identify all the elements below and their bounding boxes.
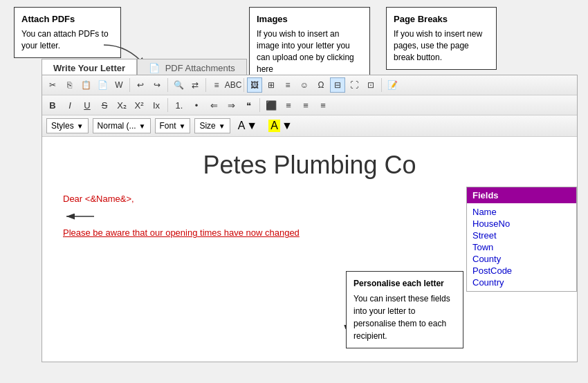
- normal-arrow-icon: ▼: [139, 122, 146, 130]
- spellcheck-button[interactable]: ABC: [226, 77, 241, 93]
- styles-arrow-icon: ▼: [77, 122, 84, 130]
- copy-button[interactable]: ⎘: [62, 77, 77, 93]
- separator-4: [244, 78, 244, 92]
- find-button[interactable]: 🔍: [171, 77, 186, 93]
- field-town[interactable]: Town: [472, 241, 571, 253]
- increase-indent-button[interactable]: ⇒: [223, 97, 239, 113]
- decrease-indent-button[interactable]: ⇐: [206, 97, 221, 113]
- separator-6: [167, 98, 168, 112]
- image-button[interactable]: 🖼: [247, 77, 262, 93]
- fields-header: Fields: [467, 187, 576, 203]
- images-body: If you wish to insert an image into your…: [257, 28, 362, 75]
- personalise-title: Personalise each letter: [353, 277, 456, 290]
- field-county[interactable]: County: [472, 253, 571, 265]
- format-toolbar: B I U S X₂ X² Ix 1. • ⇐ ⇒ ❝ ⬛ ≡ ≡ ≡: [42, 95, 577, 115]
- fullscreen-button[interactable]: ⛶: [347, 77, 362, 93]
- bg-color-a: A: [268, 120, 280, 132]
- field-name[interactable]: Name: [472, 206, 571, 218]
- superscript-button[interactable]: X²: [131, 97, 147, 113]
- fields-list: Name HouseNo Street Town County PostCode…: [467, 203, 576, 291]
- font-dropdown[interactable]: Font ▼: [155, 118, 191, 133]
- undo-button[interactable]: ↩: [133, 77, 148, 93]
- separator-5: [381, 78, 382, 92]
- separator-1: [129, 78, 130, 92]
- text-align-button[interactable]: ≡: [280, 77, 295, 93]
- attach-pdfs-tooltip: Attach PDFs You can attach PDFs to your …: [14, 7, 121, 58]
- resize-button[interactable]: ⊡: [363, 77, 378, 93]
- strikethrough-button[interactable]: S: [97, 97, 112, 113]
- size-arrow-icon: ▼: [219, 122, 226, 130]
- font-color-button[interactable]: A ▼: [235, 118, 261, 134]
- font-color-a: A: [238, 120, 246, 132]
- subscript-button[interactable]: X₂: [114, 97, 129, 113]
- cursor-arrow-icon: [63, 209, 98, 223]
- smiley-button[interactable]: ☺: [297, 77, 312, 93]
- align-right-btn[interactable]: ≡: [298, 97, 313, 113]
- normal-dropdown[interactable]: Normal (... ▼: [93, 118, 151, 133]
- replace-button[interactable]: ⇄: [187, 77, 203, 93]
- cut-button[interactable]: ✂: [45, 77, 60, 93]
- bold-button[interactable]: B: [45, 97, 60, 113]
- separator-7: [259, 98, 260, 112]
- bg-color-button[interactable]: A ▼: [265, 118, 296, 134]
- personalise-body: You can insert these fields into your le…: [353, 292, 456, 342]
- style-toolbar: Styles ▼ Normal (... ▼ Font ▼ Size ▼ A ▼…: [42, 115, 577, 137]
- page-breaks-body: If you wish to insert new pages, use the…: [394, 28, 489, 63]
- personalise-tooltip: Personalise each letter You can insert t…: [346, 271, 463, 348]
- ordered-list-button[interactable]: 1.: [172, 97, 187, 113]
- attach-pdfs-body: You can attach PDFs to your letter.: [21, 28, 113, 52]
- align-left-button[interactable]: ≡: [209, 77, 224, 93]
- special-char-button[interactable]: Ω: [313, 77, 329, 93]
- write-letter-label: Write Your Letter: [53, 63, 125, 73]
- paste-word-button[interactable]: W: [111, 77, 127, 93]
- field-country[interactable]: Country: [472, 277, 571, 288]
- styles-dropdown[interactable]: Styles ▼: [46, 118, 89, 133]
- pdf-icon: 📄: [149, 63, 160, 73]
- separator-3: [205, 78, 206, 92]
- table-button[interactable]: ⊞: [264, 77, 279, 93]
- align-left-btn[interactable]: ⬛: [264, 97, 279, 113]
- separator-2: [167, 78, 168, 92]
- pdf-attachments-label: PDF Attachments: [165, 63, 235, 73]
- paste-text-button[interactable]: 📄: [95, 77, 110, 93]
- align-center-btn[interactable]: ≡: [281, 97, 296, 113]
- font-arrow-icon: ▼: [179, 122, 186, 130]
- unordered-list-button[interactable]: •: [189, 97, 204, 113]
- size-dropdown[interactable]: Size ▼: [194, 118, 230, 133]
- bg-color-arrow-icon: ▼: [282, 120, 293, 132]
- field-street[interactable]: Street: [472, 230, 571, 241]
- images-tooltip: Images If you wish to insert an image in…: [249, 7, 370, 81]
- font-color-arrow-icon: ▼: [246, 120, 257, 132]
- blockquote-button[interactable]: ❝: [241, 97, 256, 113]
- clear-format-button[interactable]: Ix: [149, 97, 164, 113]
- letter-title: Petes Plumbing Co: [63, 151, 556, 180]
- field-postcode[interactable]: PostCode: [472, 265, 571, 277]
- fields-panel: Fields Name HouseNo Street Town County P…: [466, 187, 577, 292]
- page-break-button[interactable]: ⊟: [330, 77, 345, 93]
- italic-button[interactable]: I: [62, 97, 77, 113]
- toolbar-row-1: ✂ ⎘ 📋 📄 W ↩ ↪ 🔍 ⇄ ≡ ABC 🖼 ⊞ ≡ ☺ Ω ⊟ ⛶ ⊡ …: [42, 75, 577, 95]
- page-breaks-tooltip: Page Breaks If you wish to insert new pa…: [386, 7, 497, 70]
- align-justify-btn[interactable]: ≡: [315, 97, 331, 113]
- underline-button[interactable]: U: [80, 97, 95, 113]
- attach-pdfs-title: Attach PDFs: [21, 13, 113, 26]
- source-button[interactable]: 📝: [385, 77, 400, 93]
- paste-button[interactable]: 📋: [78, 77, 93, 93]
- page-breaks-title: Page Breaks: [394, 13, 489, 26]
- field-houseno[interactable]: HouseNo: [472, 218, 571, 230]
- images-title: Images: [257, 13, 362, 26]
- redo-button[interactable]: ↪: [149, 77, 165, 93]
